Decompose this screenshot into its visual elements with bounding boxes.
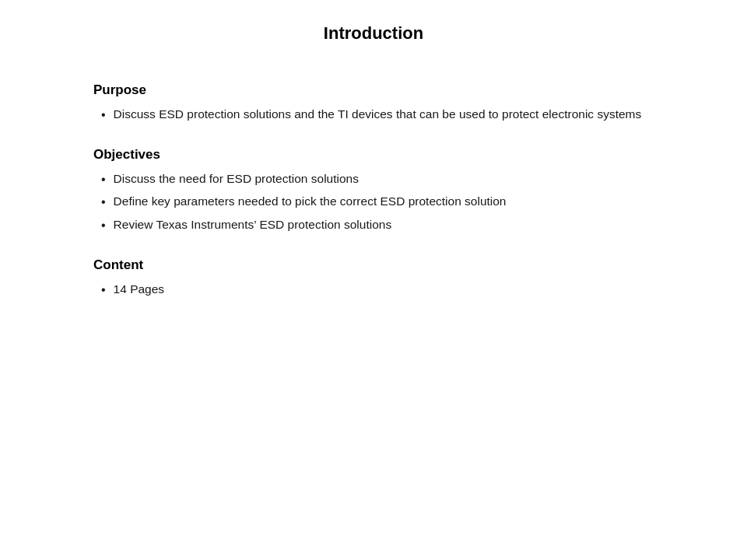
section-objectives-bullet-2: Review Texas Instruments’ ESD protection… [101,216,654,234]
section-purpose-bullet-text-0: Discuss ESD protection solutions and the… [114,106,642,123]
section-objectives: ObjectivesDiscuss the need for ESD prote… [93,147,654,234]
section-content-heading: Content [93,257,654,273]
section-content-list: 14 Pages [93,281,654,299]
sections-container: PurposeDiscuss ESD protection solutions … [93,82,654,322]
section-content-bullet-text-0: 14 Pages [114,281,165,298]
section-objectives-bullet-text-0: Discuss the need for ESD protection solu… [114,170,359,187]
page-container: Introduction PurposeDiscuss ESD protecti… [0,0,747,560]
page-title: Introduction [93,23,654,44]
section-objectives-bullet-text-1: Define key parameters needed to pick the… [114,193,507,210]
section-objectives-heading: Objectives [93,147,654,163]
section-objectives-list: Discuss the need for ESD protection solu… [93,170,654,234]
section-objectives-bullet-1: Define key parameters needed to pick the… [101,193,654,211]
section-purpose-list: Discuss ESD protection solutions and the… [93,106,654,124]
section-purpose: PurposeDiscuss ESD protection solutions … [93,82,654,124]
section-purpose-bullet-0: Discuss ESD protection solutions and the… [101,106,654,124]
section-content-bullet-0: 14 Pages [101,281,654,299]
section-purpose-heading: Purpose [93,82,654,98]
section-objectives-bullet-0: Discuss the need for ESD protection solu… [101,170,654,188]
section-content: Content14 Pages [93,257,654,299]
section-objectives-bullet-text-2: Review Texas Instruments’ ESD protection… [114,216,392,233]
